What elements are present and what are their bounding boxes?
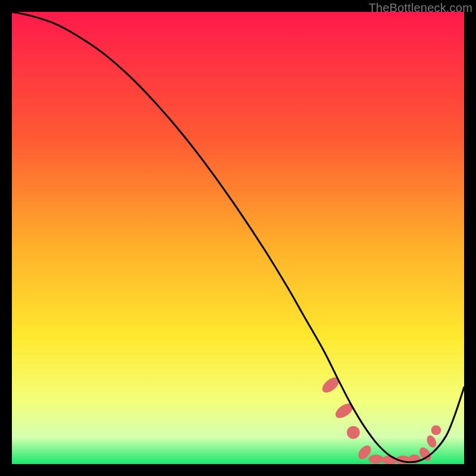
curve-marker bbox=[382, 456, 397, 464]
bottleneck-curve-chart bbox=[12, 12, 464, 464]
curve-marker bbox=[368, 455, 383, 464]
attribution-label: TheBottleneck.com bbox=[368, 1, 472, 15]
curve-marker bbox=[347, 426, 360, 439]
curve-marker bbox=[431, 425, 441, 436]
gradient-background bbox=[12, 12, 464, 464]
